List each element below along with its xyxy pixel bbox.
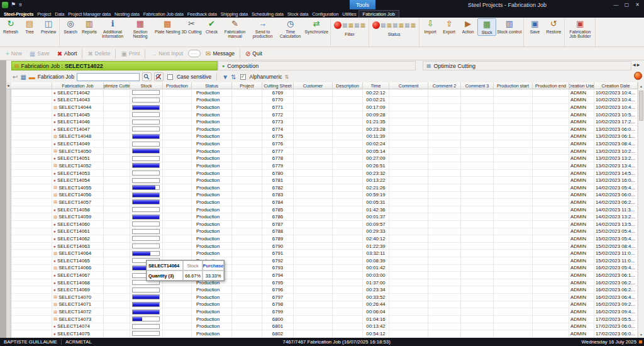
- dash-icon[interactable]: ▬: [29, 74, 35, 81]
- next-input-button[interactable]: →Next Input: [147, 49, 187, 59]
- table-row[interactable]: ●SELECT14058Production678501:42:36ADMIN1…: [11, 206, 638, 214]
- select-all-corner[interactable]: ►: [6, 82, 11, 89]
- run-filter-button[interactable]: [634, 72, 642, 80]
- tools-tab[interactable]: Tools: [350, 0, 375, 9]
- table-row[interactable]: ▤SELECT14048Production677500:11:39ADMIN1…: [11, 133, 638, 141]
- menu-item-project-manager-data[interactable]: Project Manager data: [66, 11, 113, 17]
- table-row[interactable]: ●SELECT14069Production679600:23:34ADMIN1…: [11, 286, 638, 294]
- clear-search-icon[interactable]: [154, 72, 164, 81]
- action-button[interactable]: ▶Action: [458, 18, 477, 35]
- plate-nesting-button[interactable]: ▩Plate Nesting: [154, 18, 180, 35]
- menu-item-data[interactable]: Data: [53, 11, 66, 17]
- stock-control-button[interactable]: ▥Stock control: [496, 18, 522, 35]
- search-button[interactable]: ◎Search: [61, 18, 80, 35]
- search-icon[interactable]: [142, 72, 152, 81]
- scroll-down-icon[interactable]: ▼: [638, 331, 644, 338]
- table-row[interactable]: ▤SELECT14073Production680001:04:16ADMIN1…: [11, 316, 638, 323]
- tree-button[interactable]: ▤Tree: [20, 18, 39, 35]
- funnel-icon[interactable]: ▼: [222, 74, 228, 81]
- message-button[interactable]: ✉Message: [202, 49, 238, 59]
- synchronize-button[interactable]: ⇄Synchronize: [304, 18, 329, 35]
- table-row[interactable]: ▤SELECT14050Production677700:05:14ADMIN1…: [11, 148, 638, 155]
- table-row[interactable]: ▤SELECT14072Production679900:06:04ADMIN1…: [11, 308, 638, 316]
- menu-item-project[interactable]: Project: [35, 11, 53, 17]
- column-header-customer[interactable]: Customer: [294, 82, 333, 89]
- selected-job-banner[interactable]: ▤ Fabrication Job : SELECT14022: [11, 61, 218, 70]
- undo-icon[interactable]: ↩: [13, 74, 18, 81]
- print-button[interactable]: ▣Print: [117, 49, 143, 59]
- abort-button[interactable]: ✖Abort: [53, 49, 81, 59]
- minimize-button[interactable]: —: [611, 0, 621, 9]
- table-row[interactable]: ▤SELECT14070Production679700:33:52ADMIN1…: [11, 294, 638, 301]
- column-header-optimize-cutting[interactable]: Optimize Cutting: [104, 82, 130, 89]
- additional-information-button[interactable]: ℹAdditional Information: [99, 18, 126, 40]
- save-button[interactable]: ▦Save: [26, 49, 53, 59]
- column-header-cutting-sheet[interactable]: Cutting Sheet: [262, 82, 294, 89]
- menu-item-fabrication-job-data[interactable]: Fabrication Job data: [142, 11, 186, 17]
- 3d-cutting-button[interactable]: ✂3D Cutting: [180, 18, 202, 35]
- table-row[interactable]: ●SELECT14045Production677200:09:28ADMIN1…: [11, 111, 638, 119]
- menu-item-configuration[interactable]: Configuration: [310, 11, 340, 17]
- table-row[interactable]: ▤SELECT14064Production679103:32:11ADMIN1…: [11, 250, 638, 257]
- comment-bubble-icon[interactable]: ···: [188, 50, 201, 57]
- menu-item-steel-projects[interactable]: Steel-Projects: [2, 11, 35, 17]
- menu-item-shipping-data[interactable]: Shipping data: [219, 11, 250, 17]
- column-header-status[interactable]: Status: [192, 82, 232, 89]
- fabrication-job-builder-button[interactable]: ▣Fabrication Job Builder: [566, 18, 594, 40]
- table-row[interactable]: ●SELECT14075Production680200:54:12ADMIN1…: [11, 330, 638, 338]
- alphanumeric-checkbox[interactable]: ✓: [240, 74, 246, 80]
- table-row[interactable]: ●SELECT14051Production677800:27:09ADMIN1…: [11, 155, 638, 162]
- reports-button[interactable]: ▥Reports: [80, 18, 99, 35]
- table-row[interactable]: ●SELECT14068Production679501:37:00ADMIN1…: [11, 279, 638, 287]
- table-row[interactable]: ▤SELECT14066Production679300:01:42ADMIN1…: [11, 265, 638, 272]
- section-nesting-button[interactable]: ▦Section Nesting: [126, 18, 154, 40]
- menu-item-stock-data[interactable]: Stock data: [286, 11, 310, 17]
- column-header-creation-user[interactable]: Creation User: [569, 82, 594, 89]
- send-to-production-button[interactable]: →Send to production: [249, 18, 277, 40]
- table-row[interactable]: ▤SELECT14055Production678202:21:26ADMIN1…: [11, 184, 638, 192]
- menu-item-utilities[interactable]: Utilities: [340, 11, 358, 17]
- time-calculation-button[interactable]: ◷Time Calculation: [277, 18, 304, 40]
- fabrication-manual-button[interactable]: ✎Fabrication manual: [221, 18, 249, 40]
- composition-panel[interactable]: ● Composition: [218, 61, 416, 70]
- column-header-stock[interactable]: Stock: [130, 82, 163, 89]
- save-button[interactable]: ▣Save: [525, 18, 544, 35]
- table-row[interactable]: ●SELECT14074Production680100:13:42ADMIN1…: [11, 323, 638, 331]
- column-header-comment[interactable]: Comment: [389, 82, 428, 89]
- collapse-right-button[interactable]: ▶: [637, 62, 640, 67]
- column-header-time[interactable]: Time: [363, 82, 389, 89]
- export-button[interactable]: ⇧Export: [440, 18, 458, 35]
- stock-button[interactable]: ▦Stock: [477, 18, 496, 36]
- new-button[interactable]: +New: [2, 49, 26, 59]
- filter-input[interactable]: [77, 73, 140, 81]
- maximize-button[interactable]: ▢: [621, 0, 632, 9]
- quit-button[interactable]: ⊘Quit: [242, 49, 266, 59]
- close-button[interactable]: ✕: [632, 0, 643, 9]
- table-row[interactable]: ●SELECT14063Production679001:22:39ADMIN1…: [11, 243, 638, 250]
- delete-button[interactable]: ✖Delete: [84, 49, 114, 59]
- column-header-project[interactable]: Project: [232, 82, 262, 89]
- table-row[interactable]: ●SELECT14046Production677301:21:35ADMIN1…: [11, 118, 638, 126]
- column-header-description[interactable]: Description: [333, 82, 363, 89]
- table-row[interactable]: ●SELECT14043Production677000:02:21ADMIN1…: [11, 97, 638, 104]
- column-header-production[interactable]: Production: [163, 82, 192, 89]
- column-header-fabrication-job[interactable]: Fabrication Job: [52, 82, 104, 89]
- table-row[interactable]: ▤SELECT14059Production678600:01:37ADMIN1…: [11, 213, 638, 221]
- table-row[interactable]: ●SELECT14054Production678100:13:22ADMIN1…: [11, 177, 638, 184]
- table-row[interactable]: ●SELECT14049Production677600:02:24ADMIN1…: [11, 140, 638, 148]
- column-header-production-end[interactable]: Production end: [533, 82, 569, 89]
- column-header-production-start[interactable]: Production start: [494, 82, 533, 89]
- scroll-up-icon[interactable]: ▲: [638, 82, 644, 89]
- vertical-scrollbar[interactable]: ▲ ▼: [638, 82, 644, 338]
- collapse-left-button[interactable]: ◀: [633, 62, 636, 67]
- table-row[interactable]: ●SELECT14053Production678000:23:32ADMIN1…: [11, 170, 638, 177]
- table-row[interactable]: ▤SELECT14052Production677900:26:51ADMIN1…: [11, 162, 638, 170]
- table-row[interactable]: ▤SELECT14071Production679800:26:44ADMIN1…: [11, 301, 638, 309]
- scrollbar-thumb[interactable]: [639, 91, 643, 121]
- grid-icon[interactable]: ▦: [20, 74, 26, 81]
- preview-button[interactable]: ◫Preview: [39, 18, 58, 35]
- tab-fabrication-job[interactable]: Fabrication Job: [358, 10, 399, 18]
- table-row[interactable]: ●SELECT14047Production677400:23:28ADMIN1…: [11, 126, 638, 133]
- status-group[interactable]: ▦▦▦▦▦▦Status: [370, 18, 418, 38]
- updown-icon[interactable]: ⇅: [285, 74, 289, 80]
